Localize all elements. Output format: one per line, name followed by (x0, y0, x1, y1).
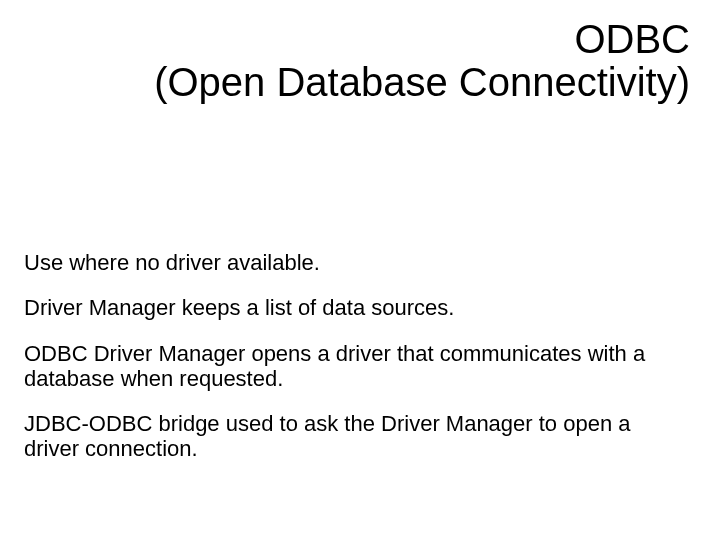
title-line-1: ODBC (60, 18, 690, 61)
body-paragraph: JDBC-ODBC bridge used to ask the Driver … (24, 411, 680, 462)
title-line-2: (Open Database Connectivity) (60, 61, 690, 104)
slide-title: ODBC (Open Database Connectivity) (60, 18, 690, 104)
slide-body: Use where no driver available. Driver Ma… (24, 250, 680, 482)
body-paragraph: ODBC Driver Manager opens a driver that … (24, 341, 680, 392)
slide: ODBC (Open Database Connectivity) Use wh… (0, 0, 720, 540)
body-paragraph: Use where no driver available. (24, 250, 680, 275)
body-paragraph: Driver Manager keeps a list of data sour… (24, 295, 680, 320)
